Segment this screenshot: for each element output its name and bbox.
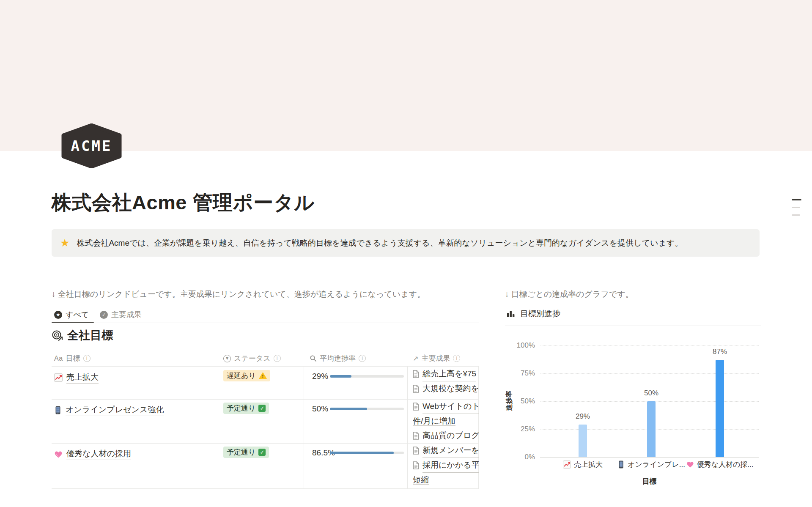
gridline-75 (540, 373, 759, 374)
column-label: 主要成果 (421, 354, 450, 363)
chart-increasing-icon (563, 460, 571, 469)
x-tick-sales-growth: 売上拡大 (547, 460, 619, 469)
progress-value: 29% (312, 372, 330, 381)
key-result-text: Webサイトのト (422, 399, 479, 414)
x-tick-label: オンラインプレ... (628, 460, 685, 469)
key-result-text: 高品質のブログ (422, 428, 479, 443)
pink-heart-icon (54, 450, 63, 458)
goal-cell[interactable]: オンラインプレゼンス強化 (54, 404, 164, 416)
info-icon[interactable]: i (83, 355, 91, 362)
column-header-goal[interactable]: Aa 目標 i (54, 354, 91, 363)
y-axis-title: 進捗率 (505, 391, 514, 411)
database-title-text: 全社目標 (67, 328, 113, 343)
column-label: 目標 (66, 354, 80, 363)
goal-page-link[interactable]: 売上拡大 (66, 372, 99, 384)
check-circle-icon: ✓ (100, 311, 108, 319)
check-icon: ✓ (258, 405, 266, 412)
bar-value-label: 50% (634, 389, 668, 397)
progress-bar-fill (330, 408, 367, 410)
tab-key-results[interactable]: ✓ 主要成果 (100, 307, 142, 322)
key-result-link[interactable]: 総売上高を¥75 (413, 367, 479, 381)
info-icon[interactable]: i (274, 355, 281, 362)
status-badge[interactable]: 遅延あり ✓ (223, 370, 270, 381)
tab-label: すべて (66, 310, 89, 320)
info-icon[interactable]: i (453, 355, 460, 362)
glowing-star-icon: ★ (60, 238, 69, 248)
page-icon (413, 461, 419, 469)
column-header-status[interactable]: ▼ ステータス i (223, 354, 281, 363)
status-badge[interactable]: 予定通り ✓ (223, 403, 269, 414)
table-row: 優秀な人材の採用 予定通り ✓ 86.5% (52, 443, 479, 488)
status-label: 予定通り (227, 403, 255, 413)
bar-online-presence[interactable] (647, 401, 656, 457)
target-linked-icon (52, 330, 63, 341)
key-result-link[interactable]: Webサイトのト (413, 399, 479, 414)
page-icon (413, 432, 419, 440)
goal-cell[interactable]: 優秀な人材の採用 (54, 448, 131, 460)
key-result-text: 採用にかかる平 (422, 458, 479, 473)
outline-line[interactable] (792, 214, 800, 216)
key-result-link[interactable]: 採用にかかる平 (413, 458, 479, 473)
progress-bar-fill (330, 375, 351, 378)
bar-value-label: 87% (703, 348, 737, 356)
mobile-phone-icon (617, 460, 625, 469)
notion-page: ACME 株式会社Acme 管理ポータル ★ 株式会社Acmeでは、企業が課題を… (0, 0, 812, 507)
status-badge[interactable]: 予定通り ✓ (223, 447, 269, 458)
progress-value: 50% (312, 404, 330, 414)
progress-bar (330, 375, 404, 378)
table-header: Aa 目標 i ▼ ステータス i 平均進捗率 i ↗ 主要成果 i (52, 351, 479, 366)
chart-increasing-icon (54, 373, 63, 382)
goal-page-link[interactable]: 優秀な人材の採用 (66, 448, 131, 460)
key-results-cell: 総売上高を¥75 大規模な契約を (413, 367, 479, 396)
table-row: オンラインプレゼンス強化 予定通り ✓ 50% (52, 399, 479, 443)
y-tick-label: 0% (505, 453, 535, 461)
progress-cell: 50% (312, 404, 330, 414)
row-divider (52, 488, 479, 489)
mobile-phone-icon (54, 406, 62, 414)
acme-logo: ACME (61, 123, 122, 168)
y-tick-label: 100% (505, 341, 535, 350)
bar-chart-icon (507, 310, 515, 318)
progress-bar (330, 452, 404, 454)
column-label: ステータス (234, 354, 271, 363)
bar-sales-growth[interactable] (579, 425, 587, 457)
y-tick-label: 75% (505, 369, 535, 378)
outline-line[interactable] (792, 207, 800, 208)
key-result-link[interactable]: 新規メンバーを (413, 443, 479, 458)
goal-cell[interactable]: 売上拡大 (54, 372, 99, 384)
key-result-text-wrap[interactable]: 件/月に増加 (413, 414, 479, 428)
database-title[interactable]: 全社目標 (52, 328, 113, 343)
goal-page-link[interactable]: オンラインプレゼンス強化 (66, 404, 164, 416)
pink-heart-icon (686, 461, 694, 468)
relation-arrow-icon: ↗ (413, 354, 418, 362)
page-icon (413, 403, 419, 411)
outline-line[interactable] (792, 199, 801, 200)
x-tick-label: 売上拡大 (574, 460, 603, 469)
outline-indicator[interactable] (792, 199, 802, 222)
linked-db-section: ↓ 全社目標のリンクドビューです。主要成果にリンクされていて、進捗が追えるように… (52, 289, 479, 492)
progress-cell: 29% (312, 372, 330, 381)
bar-value-label: 29% (566, 412, 600, 421)
key-result-link[interactable]: 高品質のブログ (413, 428, 479, 443)
logo-text: ACME (61, 123, 122, 168)
key-result-text: 新規メンバーを (422, 443, 479, 458)
key-result-link[interactable]: 大規模な契約を (413, 381, 479, 396)
y-tick-label: 25% (505, 425, 535, 433)
cover-image (0, 0, 812, 151)
x-axis-line (540, 457, 759, 458)
check-icon: ✓ (258, 449, 266, 456)
key-results-cell: Webサイトのト 件/月に増加 高品質のブログ (413, 399, 479, 443)
gridline-100 (540, 345, 759, 346)
bar-hiring[interactable] (716, 360, 724, 457)
active-tab-underline (52, 322, 94, 323)
view-tabbar: ★ すべて ✓ 主要成果 (52, 307, 479, 323)
column-header-progress[interactable]: 平均進捗率 i (310, 354, 366, 363)
callout: ★ 株式会社Acmeでは、企業が課題を乗り越え、自信を持って戦略的目標を達成でき… (52, 229, 760, 257)
tab-all[interactable]: ★ すべて (54, 307, 89, 322)
key-result-text-wrap[interactable]: 短縮 (413, 473, 479, 487)
x-tick-online-presence: オンラインプレ... (615, 460, 687, 469)
info-icon[interactable]: i (359, 355, 366, 362)
callout-text: 株式会社Acmeでは、企業が課題を乗り越え、自信を持って戦略的目標を達成できるよ… (77, 238, 683, 249)
chart-title[interactable]: 目標別進捗 (507, 308, 560, 319)
column-header-key-results[interactable]: ↗ 主要成果 i (413, 354, 460, 363)
